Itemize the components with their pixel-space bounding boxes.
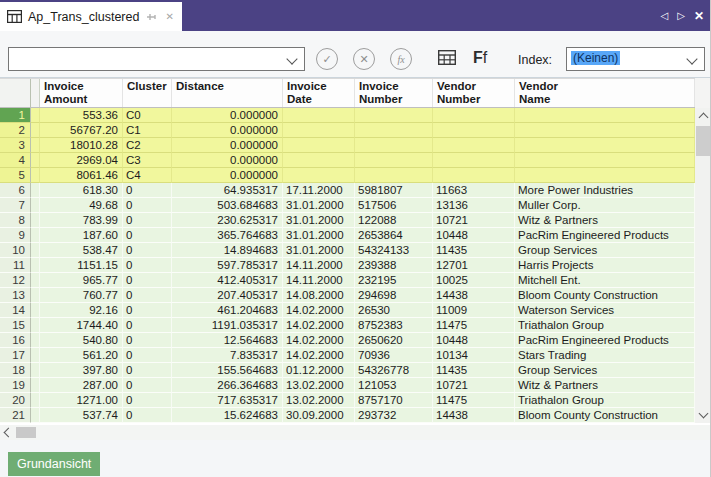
cell-cluster[interactable]: 0 — [123, 408, 172, 423]
row-number[interactable]: 3 — [0, 138, 31, 153]
cell-vendor_name[interactable] — [515, 123, 695, 138]
cell-invoice_number[interactable]: 293732 — [355, 408, 433, 423]
nav-left-icon[interactable]: ◁ — [661, 11, 669, 21]
cell-vendor_name[interactable]: Group Services — [515, 363, 695, 378]
cell-vendor_number[interactable]: 11663 — [433, 183, 515, 198]
cell-invoice_number[interactable]: 122088 — [355, 213, 433, 228]
expression-input[interactable] — [13, 49, 287, 71]
cell-vendor_number[interactable] — [433, 168, 515, 183]
cell-invoice_amount[interactable]: 287.00 — [40, 378, 123, 393]
cell-invoice_date[interactable]: 14.02.2000 — [283, 303, 355, 318]
cell-cluster[interactable]: 0 — [123, 243, 172, 258]
cell-cluster[interactable]: 0 — [123, 228, 172, 243]
view-tab-grundansicht[interactable]: Grundansicht — [8, 452, 100, 476]
nav-right-icon[interactable]: ▷ — [677, 11, 685, 21]
row-number[interactable]: 5 — [0, 168, 31, 183]
cell-distance[interactable]: 266.364683 — [172, 378, 283, 393]
cell-cluster[interactable]: 0 — [123, 273, 172, 288]
cell-distance[interactable]: 717.635317 — [172, 393, 283, 408]
column-header-distance[interactable]: Distance — [172, 79, 283, 107]
cell-invoice_number[interactable]: 54324133 — [355, 243, 433, 258]
cell-distance[interactable]: 0.000000 — [172, 123, 283, 138]
cell-distance[interactable]: 597.785317 — [172, 258, 283, 273]
column-header-invoice_date[interactable]: Invoice Date — [283, 79, 355, 107]
cell-vendor_number[interactable] — [433, 108, 515, 123]
row-number[interactable]: 19 — [0, 378, 31, 393]
pin-icon[interactable] — [145, 11, 157, 23]
cell-invoice_number[interactable]: 2653864 — [355, 228, 433, 243]
cell-invoice_amount[interactable]: 540.80 — [40, 333, 123, 348]
chevron-left-icon[interactable] — [4, 428, 14, 438]
cell-invoice_date[interactable]: 14.11.2000 — [283, 273, 355, 288]
cell-vendor_number[interactable] — [433, 123, 515, 138]
cell-cluster[interactable]: C4 — [123, 168, 172, 183]
cell-invoice_amount[interactable]: 8061.46 — [40, 168, 123, 183]
cell-vendor_name[interactable]: PacRim Engineered Products — [515, 228, 695, 243]
cell-invoice_amount[interactable]: 2969.04 — [40, 153, 123, 168]
scroll-up-button[interactable] — [695, 108, 711, 124]
cell-distance[interactable]: 461.204683 — [172, 303, 283, 318]
cell-cluster[interactable]: 0 — [123, 258, 172, 273]
cell-vendor_number[interactable]: 10721 — [433, 213, 515, 228]
cell-distance[interactable]: 64.935317 — [172, 183, 283, 198]
cell-vendor_number[interactable] — [433, 138, 515, 153]
tab-close-icon[interactable]: ✕ — [165, 12, 173, 22]
cell-invoice_amount[interactable]: 618.30 — [40, 183, 123, 198]
cell-invoice_date[interactable]: 30.09.2000 — [283, 408, 355, 423]
cell-invoice_number[interactable]: 239388 — [355, 258, 433, 273]
index-combobox[interactable]: (Keinen) — [566, 47, 705, 71]
cell-invoice_number[interactable]: 294698 — [355, 288, 433, 303]
row-number[interactable]: 14 — [0, 303, 31, 318]
cell-invoice_date[interactable] — [283, 168, 355, 183]
row-number[interactable]: 1 — [0, 108, 31, 123]
column-header-invoice_amount[interactable]: Invoice Amount — [40, 79, 123, 107]
cell-vendor_name[interactable]: Waterson Services — [515, 303, 695, 318]
cell-distance[interactable]: 412.405317 — [172, 273, 283, 288]
cell-vendor_name[interactable]: Triathalon Group — [515, 318, 695, 333]
cell-invoice_amount[interactable]: 760.77 — [40, 288, 123, 303]
cell-invoice_date[interactable]: 14.02.2000 — [283, 318, 355, 333]
row-number[interactable]: 8 — [0, 213, 31, 228]
cell-cluster[interactable]: 0 — [123, 378, 172, 393]
cell-invoice_date[interactable]: 14.11.2000 — [283, 258, 355, 273]
vertical-scroll-track[interactable] — [695, 156, 711, 407]
cell-distance[interactable]: 503.684683 — [172, 198, 283, 213]
function-button[interactable]: fx — [390, 48, 412, 70]
row-number[interactable]: 15 — [0, 318, 31, 333]
cell-vendor_name[interactable]: PacRim Engineered Products — [515, 333, 695, 348]
cell-vendor_name[interactable]: Triathalon Group — [515, 393, 695, 408]
cell-distance[interactable]: 207.405317 — [172, 288, 283, 303]
cell-invoice_amount[interactable]: 537.74 — [40, 408, 123, 423]
row-number[interactable]: 7 — [0, 198, 31, 213]
cell-invoice_date[interactable]: 31.01.2000 — [283, 198, 355, 213]
cell-invoice_amount[interactable]: 561.20 — [40, 348, 123, 363]
cell-distance[interactable]: 0.000000 — [172, 138, 283, 153]
cell-vendor_number[interactable]: 11475 — [433, 393, 515, 408]
cell-cluster[interactable]: 0 — [123, 333, 172, 348]
cell-invoice_amount[interactable]: 92.16 — [40, 303, 123, 318]
row-number[interactable]: 12 — [0, 273, 31, 288]
cell-vendor_name[interactable] — [515, 108, 695, 123]
cell-distance[interactable]: 155.564683 — [172, 363, 283, 378]
cell-distance[interactable]: 365.764683 — [172, 228, 283, 243]
cell-invoice_number[interactable] — [355, 153, 433, 168]
cell-vendor_name[interactable]: Bloom County Construction — [515, 408, 695, 423]
cell-invoice_amount[interactable]: 18010.28 — [40, 138, 123, 153]
cell-vendor_name[interactable]: Mitchell Ent. — [515, 273, 695, 288]
horizontal-scrollbar[interactable] — [0, 425, 711, 440]
cell-invoice_amount[interactable]: 397.80 — [40, 363, 123, 378]
horizontal-scroll-thumb[interactable] — [16, 427, 36, 438]
cell-invoice_number[interactable]: 70936 — [355, 348, 433, 363]
cell-invoice_number[interactable] — [355, 123, 433, 138]
cell-distance[interactable]: 12.564683 — [172, 333, 283, 348]
chevron-down-icon[interactable] — [286, 53, 297, 64]
cell-distance[interactable]: 0.000000 — [172, 108, 283, 123]
cell-vendor_number[interactable]: 12701 — [433, 258, 515, 273]
column-header-invoice_number[interactable]: Invoice Number — [355, 79, 433, 107]
cell-invoice_date[interactable] — [283, 153, 355, 168]
row-number[interactable]: 17 — [0, 348, 31, 363]
cancel-button[interactable]: ✕ — [353, 48, 375, 70]
cell-invoice_date[interactable]: 31.01.2000 — [283, 243, 355, 258]
cell-invoice_date[interactable]: 14.08.2000 — [283, 288, 355, 303]
cell-cluster[interactable]: 0 — [123, 363, 172, 378]
